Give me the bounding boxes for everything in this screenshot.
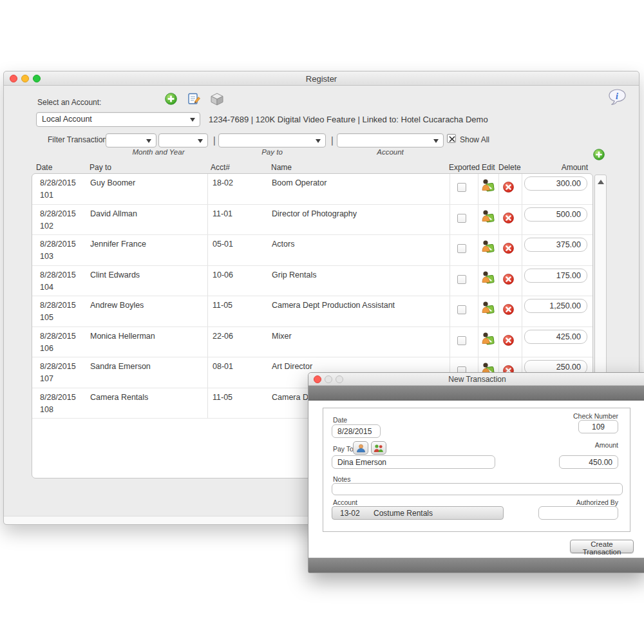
exported-checkbox[interactable] xyxy=(457,183,466,192)
caption-month-and-year: Month and Year xyxy=(107,148,210,156)
show-all-checkbox[interactable] xyxy=(447,134,456,143)
col-header-edit: Edit xyxy=(482,163,495,172)
row-acct: 05-01 xyxy=(213,240,233,249)
row-check-number: 101 xyxy=(40,191,53,200)
amount-input[interactable] xyxy=(524,238,587,252)
edit-icon[interactable] xyxy=(480,331,495,348)
column-divider xyxy=(522,296,522,327)
filter-payto-select[interactable] xyxy=(218,133,326,147)
add-transaction-icon[interactable] xyxy=(593,149,605,163)
exported-checkbox[interactable] xyxy=(457,275,466,284)
account-label: Account xyxy=(333,498,357,506)
contact-person-button[interactable] xyxy=(353,441,368,455)
row-name: Camera Dept Production Assistant xyxy=(272,301,395,310)
row-pay-to: Jennifer France xyxy=(90,240,146,249)
amount-input[interactable] xyxy=(524,299,587,313)
row-date: 8/28/2015 xyxy=(40,240,76,249)
row-date: 8/28/2015 xyxy=(40,393,76,402)
check-number-input[interactable] xyxy=(578,420,618,433)
row-check-number: 108 xyxy=(40,405,53,414)
edit-icon[interactable] xyxy=(480,300,495,317)
amount-input[interactable] xyxy=(524,176,587,191)
delete-icon[interactable] xyxy=(503,213,514,226)
table-row: 8/28/2015 104 Clint Edwards 10-06 Grip R… xyxy=(32,266,592,297)
scroll-up-icon[interactable] xyxy=(598,180,604,184)
column-divider xyxy=(522,205,522,235)
row-pay-to: Clint Edwards xyxy=(90,270,140,279)
edit-icon[interactable] xyxy=(480,270,495,287)
exported-checkbox[interactable] xyxy=(457,244,466,253)
row-name: Actors xyxy=(272,240,294,249)
edit-icon[interactable] xyxy=(480,239,495,256)
column-divider xyxy=(450,205,450,235)
exported-checkbox[interactable] xyxy=(457,305,466,314)
delete-icon[interactable] xyxy=(503,335,514,348)
column-divider xyxy=(498,296,499,327)
column-divider xyxy=(207,174,208,204)
column-divider xyxy=(207,296,208,327)
row-date: 8/28/2015 xyxy=(40,209,76,218)
col-header-exported: Exported xyxy=(449,163,480,172)
caption-account: Account xyxy=(337,148,444,156)
amount-input[interactable] xyxy=(524,330,587,344)
row-check-number: 102 xyxy=(40,222,53,231)
amount-input[interactable] xyxy=(524,269,587,283)
contact-group-button[interactable] xyxy=(371,441,386,455)
column-divider xyxy=(522,174,522,204)
column-divider xyxy=(522,266,522,296)
account-info-text: 1234-7689 | 120K Digital Video Feature |… xyxy=(209,115,488,124)
account-code: 13-02 xyxy=(340,509,360,518)
statusbar-band xyxy=(308,558,644,573)
row-date: 8/28/2015 xyxy=(40,362,76,371)
chevron-down-icon xyxy=(433,139,439,143)
delete-icon[interactable] xyxy=(503,304,514,317)
exported-checkbox[interactable] xyxy=(457,336,466,345)
archive-box-icon[interactable] xyxy=(210,93,224,108)
show-all-label: Show All xyxy=(460,135,489,144)
edit-icon[interactable] xyxy=(480,178,495,195)
chevron-down-icon xyxy=(190,118,195,122)
row-acct: 18-02 xyxy=(213,178,233,187)
row-check-number: 105 xyxy=(40,313,53,322)
column-divider xyxy=(478,327,478,357)
delete-icon[interactable] xyxy=(503,182,514,195)
notes-input[interactable] xyxy=(332,483,623,495)
add-account-icon[interactable] xyxy=(165,93,177,108)
amount-input[interactable] xyxy=(524,207,587,222)
filter-account-select[interactable] xyxy=(337,133,444,147)
authorized-by-input[interactable] xyxy=(538,506,618,520)
chevron-down-icon xyxy=(316,139,321,143)
edit-account-icon[interactable] xyxy=(187,93,200,108)
account-select[interactable]: Local Account xyxy=(36,112,200,127)
filter-year-select[interactable] xyxy=(158,133,208,147)
amount-label: Amount xyxy=(595,441,618,449)
register-titlebar[interactable]: Register xyxy=(4,71,639,86)
col-header-delete: Delete xyxy=(498,163,521,172)
row-date: 8/28/2015 xyxy=(40,270,76,279)
row-date: 8/28/2015 xyxy=(40,332,76,341)
chevron-down-icon xyxy=(146,139,151,143)
delete-icon[interactable] xyxy=(503,274,514,287)
delete-icon[interactable] xyxy=(503,243,514,256)
table-row: 8/28/2015 103 Jennifer France 05-01 Acto… xyxy=(32,235,592,266)
create-transaction-button[interactable]: Create Transaction xyxy=(570,540,634,553)
edit-icon[interactable] xyxy=(480,209,495,226)
filter-month-select[interactable] xyxy=(106,133,156,147)
table-row: 8/28/2015 102 David Allman 11-01 Directo… xyxy=(32,205,592,236)
column-divider xyxy=(522,327,522,357)
account-select-button[interactable]: 13-02 Costume Rentals xyxy=(332,506,504,520)
table-row: 8/28/2015 101 Guy Boomer 18-02 Boom Oper… xyxy=(32,174,592,205)
amount-input[interactable] xyxy=(559,455,618,469)
exported-checkbox[interactable] xyxy=(457,214,466,223)
row-pay-to: Sandra Emerson xyxy=(90,362,151,371)
pay-to-input[interactable] xyxy=(332,455,495,469)
date-input[interactable] xyxy=(332,424,381,438)
new-transaction-titlebar[interactable]: New Transaction xyxy=(308,373,644,386)
col-header-name: Name xyxy=(271,163,292,172)
column-divider xyxy=(450,266,450,296)
separator-pipe: | xyxy=(331,135,334,146)
column-divider xyxy=(478,266,478,296)
row-pay-to: Guy Boomer xyxy=(90,178,135,187)
column-divider xyxy=(207,205,208,235)
info-icon[interactable]: i xyxy=(608,89,627,108)
